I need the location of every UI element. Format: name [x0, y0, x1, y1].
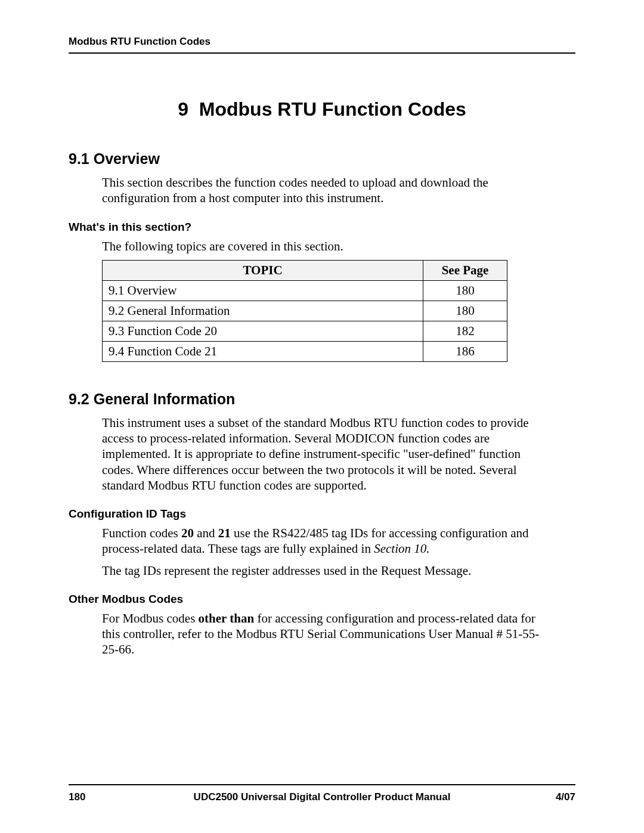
other-than: other than	[199, 611, 255, 625]
code-20: 20	[181, 526, 194, 540]
text: Function codes	[102, 526, 181, 540]
heading-whats-in-section: What's in this section?	[69, 221, 575, 234]
col-see-page: See Page	[423, 260, 507, 280]
footer-title: UDC2500 Universal Digital Controller Pro…	[69, 791, 575, 803]
col-topic: TOPIC	[103, 260, 423, 280]
toc-topic: 9.3 Function Code 20	[103, 321, 423, 341]
config-id-tags-p1: Function codes 20 and 21 use the RS422/4…	[102, 525, 543, 557]
footer-page-number: 180	[69, 791, 85, 803]
table-row: 9.3 Function Code 20 182	[103, 321, 507, 341]
page: Modbus RTU Function Codes 9 Modbus RTU F…	[0, 0, 644, 833]
toc-page: 180	[423, 301, 507, 321]
table-row: 9.1 Overview 180	[103, 280, 507, 301]
heading-other-modbus-codes: Other Modbus Codes	[69, 593, 575, 606]
general-info-intro: This instrument uses a subset of the sta…	[102, 415, 543, 493]
other-modbus-p1: For Modbus codes other than for accessin…	[102, 611, 543, 658]
chapter-number: 9	[178, 98, 188, 120]
chapter-title: 9 Modbus RTU Function Codes	[69, 98, 575, 120]
table-row: 9.4 Function Code 21 186	[103, 341, 507, 361]
footer-date: 4/07	[556, 791, 575, 803]
page-footer: 180 UDC2500 Universal Digital Controller…	[69, 784, 575, 803]
chapter-title-text: Modbus RTU Function Codes	[199, 98, 466, 120]
section-ref: Section 10.	[374, 541, 429, 556]
toc-page: 180	[423, 280, 507, 301]
overview-intro: This section describes the function code…	[102, 175, 543, 206]
heading-overview: 9.1 Overview	[69, 150, 575, 168]
toc-page: 182	[423, 321, 507, 341]
toc-topic: 9.4 Function Code 21	[103, 341, 423, 361]
running-head: Modbus RTU Function Codes	[69, 36, 575, 54]
code-21: 21	[218, 526, 231, 540]
heading-general-info: 9.2 General Information	[69, 391, 575, 408]
toc-page: 186	[423, 341, 507, 361]
table-header-row: TOPIC See Page	[103, 260, 507, 280]
config-id-tags-p2: The tag IDs represent the register addre…	[102, 563, 543, 578]
heading-config-id-tags: Configuration ID Tags	[69, 507, 575, 521]
whats-in-section-intro: The following topics are covered in this…	[102, 239, 543, 254]
toc-topic: 9.2 General Information	[103, 301, 423, 321]
table-row: 9.2 General Information 180	[103, 301, 507, 321]
text: and	[194, 526, 218, 540]
toc-topic: 9.1 Overview	[103, 280, 423, 301]
text: For Modbus codes	[102, 611, 199, 625]
section-toc-table: TOPIC See Page 9.1 Overview 180 9.2 Gene…	[102, 260, 507, 362]
